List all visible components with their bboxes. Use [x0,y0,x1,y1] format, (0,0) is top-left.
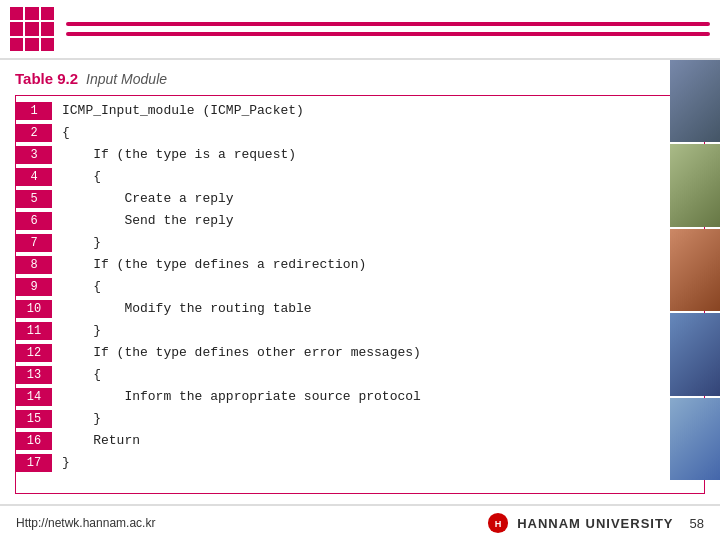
line-text: { [62,125,70,140]
line-text: } [62,455,70,470]
logo-cell [25,7,38,20]
line-text: { [62,367,101,382]
line-number: 5 [16,190,52,208]
code-row: 6 Send the reply [16,212,704,234]
main-content: Table 9.2 Input Module 1ICMP_Input_modul… [0,60,720,504]
table-title: Input Module [86,71,167,87]
code-row: 10 Modify the routing table [16,300,704,322]
code-row: 17} [16,454,704,476]
code-row: 7 } [16,234,704,256]
line-text: If (the type is a request) [62,147,296,162]
logo-cell [25,38,38,51]
line-number: 15 [16,410,52,428]
code-row: 9 { [16,278,704,300]
right-img-1 [670,60,720,142]
right-img-5 [670,398,720,480]
line-number: 10 [16,300,52,318]
line-number: 17 [16,454,52,472]
top-line-1 [66,22,710,26]
line-text: { [62,279,101,294]
line-number: 4 [16,168,52,186]
right-img-4 [670,313,720,395]
code-row: 4 { [16,168,704,190]
logo-grid [10,7,54,51]
right-images [670,60,720,480]
line-text: If (the type defines a redirection) [62,257,366,272]
code-row: 12 If (the type defines other error mess… [16,344,704,366]
top-bar-lines [66,22,710,36]
code-row: 16 Return [16,432,704,454]
code-block: 1ICMP_Input_module (ICMP_Packet)2{3 If (… [15,95,705,494]
line-text: Send the reply [62,213,234,228]
code-row: 5 Create a reply [16,190,704,212]
top-bar [0,0,720,60]
logo-cell [10,22,23,35]
code-row: 13 { [16,366,704,388]
code-row: 11 } [16,322,704,344]
code-row: 14 Inform the appropriate source protoco… [16,388,704,410]
footer-page: 58 [690,516,704,531]
line-number: 3 [16,146,52,164]
table-number: Table 9.2 [15,70,78,87]
logo-cell [10,7,23,20]
logo-cell [41,7,54,20]
code-row: 2{ [16,124,704,146]
footer-right: H HANNAM UNIVERSITY 58 [487,512,704,534]
line-text: Inform the appropriate source protocol [62,389,421,404]
line-number: 2 [16,124,52,142]
line-number: 7 [16,234,52,252]
logo-cell [41,38,54,51]
logo-cell [25,22,38,35]
line-number: 14 [16,388,52,406]
line-text: } [62,411,101,426]
line-number: 9 [16,278,52,296]
code-row: 3 If (the type is a request) [16,146,704,168]
code-row: 15 } [16,410,704,432]
right-img-3 [670,229,720,311]
line-text: } [62,323,101,338]
hannam-icon: H [487,512,509,534]
footer-university: HANNAM UNIVERSITY [517,516,673,531]
line-number: 1 [16,102,52,120]
line-number: 6 [16,212,52,230]
line-number: 13 [16,366,52,384]
line-number: 12 [16,344,52,362]
footer-url: Http://netwk.hannam.ac.kr [16,516,155,530]
line-text: Return [62,433,140,448]
line-text: If (the type defines other error message… [62,345,421,360]
logo-cell [41,22,54,35]
right-img-2 [670,144,720,226]
table-label: Table 9.2 Input Module [15,70,705,87]
top-line-2 [66,32,710,36]
line-text: Create a reply [62,191,234,206]
footer: Http://netwk.hannam.ac.kr H HANNAM UNIVE… [0,504,720,540]
slide-container: Table 9.2 Input Module 1ICMP_Input_modul… [0,0,720,540]
line-text: Modify the routing table [62,301,312,316]
line-text: } [62,235,101,250]
code-row: 1ICMP_Input_module (ICMP_Packet) [16,102,704,124]
svg-text:H: H [495,519,502,529]
logo-cell [10,38,23,51]
line-number: 11 [16,322,52,340]
line-number: 8 [16,256,52,274]
line-text: ICMP_Input_module (ICMP_Packet) [62,103,304,118]
line-number: 16 [16,432,52,450]
code-row: 8 If (the type defines a redirection) [16,256,704,278]
line-text: { [62,169,101,184]
